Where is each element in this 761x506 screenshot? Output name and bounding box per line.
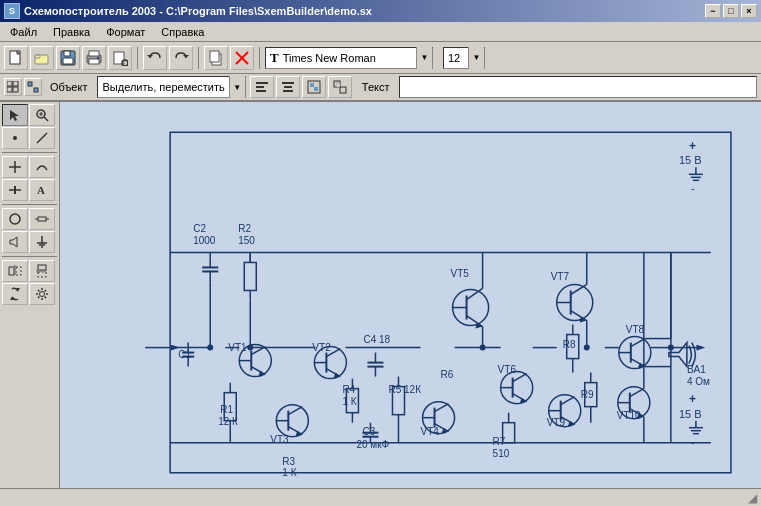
copy-button[interactable]	[204, 46, 228, 70]
ground-tool-btn[interactable]	[29, 231, 55, 253]
svg-rect-23	[28, 82, 32, 86]
align-center-btn[interactable]	[276, 76, 300, 98]
svg-text:510: 510	[493, 448, 510, 459]
svg-text:1000: 1000	[193, 235, 216, 246]
curve-tool-btn[interactable]	[29, 156, 55, 178]
snap-toggle[interactable]	[24, 78, 42, 96]
status-bar: ◢	[0, 488, 761, 506]
circuit-diagram: + 15 В - + 15 В - C2 1000	[60, 102, 761, 488]
preview-button[interactable]	[108, 46, 132, 70]
svg-rect-32	[310, 83, 314, 87]
svg-text:R9: R9	[581, 389, 594, 400]
svg-text:VT5: VT5	[451, 268, 470, 279]
svg-rect-7	[89, 51, 99, 56]
svg-rect-60	[38, 265, 46, 270]
title-bar: S Схемопостроитель 2003 - C:\Program Fil…	[0, 0, 761, 22]
svg-rect-36	[336, 83, 340, 87]
svg-rect-58	[16, 267, 21, 275]
connect-tool-btn[interactable]	[2, 156, 28, 178]
line-tool-btn[interactable]	[29, 127, 55, 149]
component-tool-btn[interactable]	[2, 208, 28, 230]
svg-text:20 мкФ: 20 мкФ	[356, 439, 389, 450]
svg-rect-29	[284, 86, 292, 88]
close-button[interactable]: ×	[741, 4, 757, 18]
svg-rect-33	[314, 87, 318, 91]
new-button[interactable]	[4, 46, 28, 70]
rotate-btn[interactable]	[2, 283, 28, 305]
text-label: Текст	[356, 81, 396, 93]
window-title: Схемопостроитель 2003 - C:\Program Files…	[24, 5, 372, 17]
svg-text:R1: R1	[220, 404, 233, 415]
resistor-tool-btn[interactable]	[29, 208, 55, 230]
svg-line-42	[37, 133, 47, 143]
font-name-label: Times New Roman	[283, 52, 376, 64]
svg-marker-13	[147, 55, 153, 58]
svg-text:R3: R3	[282, 456, 295, 467]
svg-text:R2: R2	[238, 223, 251, 234]
menu-edit[interactable]: Правка	[45, 24, 98, 40]
svg-rect-8	[89, 59, 99, 64]
zoom-tool-btn[interactable]	[29, 104, 55, 126]
ungroup-btn[interactable]	[328, 76, 352, 98]
sep3	[259, 47, 260, 69]
menu-help[interactable]: Справка	[153, 24, 212, 40]
text-input[interactable]	[399, 76, 757, 98]
font-selector-wrapper: T Times New Roman ▼	[265, 47, 433, 69]
svg-rect-5	[63, 58, 73, 64]
minimize-button[interactable]: −	[705, 4, 721, 18]
svg-text:150: 150	[238, 235, 255, 246]
font-size-display[interactable]: 12	[444, 52, 468, 64]
svg-text:C4 18: C4 18	[363, 334, 390, 345]
maximize-button[interactable]: □	[723, 4, 739, 18]
flip-v-btn[interactable]	[29, 260, 55, 282]
mode-dropdown-arrow[interactable]: ▼	[229, 76, 245, 98]
app-icon: S	[4, 3, 20, 19]
group-btn[interactable]	[302, 76, 326, 98]
svg-rect-26	[256, 86, 264, 88]
insert-tool-btn[interactable]	[2, 179, 28, 201]
svg-rect-61	[38, 272, 46, 277]
window-controls: − □ ×	[705, 4, 757, 18]
svg-text:C3: C3	[362, 426, 375, 437]
svg-rect-30	[283, 90, 293, 92]
mode-dropdown-wrapper: Выделить, переместить ▼	[97, 76, 245, 98]
text-tool-btn[interactable]: A	[29, 179, 55, 201]
speaker-tool-btn[interactable]	[2, 231, 28, 253]
svg-text:R7: R7	[493, 436, 506, 447]
svg-text:-: -	[691, 182, 695, 194]
canvas-area[interactable]: + 15 В - + 15 В - C2 1000	[60, 102, 761, 488]
toolbar1: T Times New Roman ▼ 12 ▼	[0, 42, 761, 74]
undo-button[interactable]	[143, 46, 167, 70]
redo-button[interactable]	[169, 46, 193, 70]
pencil-tool-btn[interactable]	[2, 127, 28, 149]
svg-point-244	[668, 345, 674, 351]
settings-btn[interactable]	[29, 283, 55, 305]
svg-text:BA1: BA1	[687, 364, 706, 375]
mode-label: Выделить, переместить	[98, 81, 228, 93]
svg-text:VT8: VT8	[626, 324, 645, 335]
font-dropdown-arrow[interactable]: ▼	[416, 47, 432, 69]
delete-button[interactable]	[230, 46, 254, 70]
svg-rect-19	[7, 81, 12, 86]
svg-point-9	[97, 57, 99, 59]
svg-marker-14	[183, 55, 189, 58]
svg-line-12	[127, 65, 128, 66]
align-left-btn[interactable]	[250, 76, 274, 98]
svg-text:R8: R8	[563, 339, 576, 350]
grid-toggle[interactable]	[4, 78, 22, 96]
save-button[interactable]	[56, 46, 80, 70]
font-size-arrow[interactable]: ▼	[468, 47, 484, 69]
svg-point-240	[247, 345, 253, 351]
svg-text:VT6: VT6	[498, 364, 517, 375]
svg-rect-49	[38, 217, 46, 221]
font-t-icon: T	[270, 50, 279, 66]
menu-format[interactable]: Формат	[98, 24, 153, 40]
svg-rect-57	[9, 267, 14, 275]
open-button[interactable]	[30, 46, 54, 70]
select-tool-btn[interactable]	[2, 104, 28, 126]
flip-h-btn[interactable]	[2, 260, 28, 282]
menu-file[interactable]: Файл	[2, 24, 45, 40]
svg-rect-28	[282, 82, 294, 84]
print-button[interactable]	[82, 46, 106, 70]
svg-rect-24	[34, 88, 38, 92]
